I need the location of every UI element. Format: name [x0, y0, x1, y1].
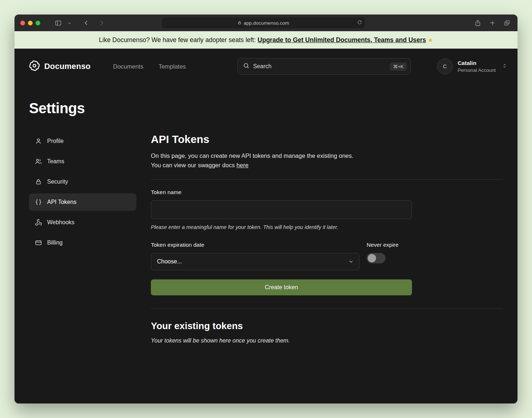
search-input[interactable] — [253, 63, 386, 70]
never-expire-toggle[interactable] — [367, 253, 385, 263]
account-text: Catalin Personal Account — [458, 60, 496, 73]
app-header: Documenso Documents Templates ⌘+K C Cata… — [15, 49, 517, 83]
never-expire-label: Never expire — [367, 242, 412, 248]
chevron-down-icon — [348, 259, 354, 265]
main-nav: Documents Templates — [113, 63, 186, 70]
url-text: app.documenso.com — [244, 20, 289, 26]
tabs-overview-button[interactable] — [502, 18, 512, 28]
existing-tokens-title: Your existing tokens — [151, 320, 503, 332]
webhook-icon — [35, 219, 42, 226]
sidebar-item-billing[interactable]: Billing — [29, 234, 136, 251]
toolbar-right-actions — [473, 18, 512, 28]
section-description-line1: On this page, you can create new API tok… — [151, 152, 354, 159]
user-icon — [35, 138, 42, 145]
sidebar-item-security[interactable]: Security — [29, 173, 136, 190]
token-name-help: Please enter a meaningful name for your … — [151, 224, 412, 230]
toggle-knob — [368, 254, 376, 262]
sidebar-item-profile[interactable]: Profile — [29, 132, 136, 150]
promo-text: Like Documenso? We have few early adopte… — [99, 36, 256, 44]
documenso-logo-icon — [29, 60, 40, 73]
promo-banner: Like Documenso? We have few early adopte… — [15, 31, 517, 49]
plus-icon — [489, 20, 496, 26]
chevron-right-icon — [98, 20, 105, 26]
browser-window: app.documenso.com Like Documenso? We hav… — [15, 15, 517, 403]
new-tab-button[interactable] — [488, 18, 497, 28]
sidebar-item-label: API Tokens — [47, 199, 77, 205]
sidebar-item-label: Profile — [47, 138, 63, 144]
browser-toolbar: app.documenso.com — [15, 15, 517, 31]
tab-overview-chevron-button[interactable] — [66, 20, 73, 26]
account-name: Catalin — [458, 60, 496, 66]
lock-icon — [238, 20, 242, 26]
account-type: Personal Account — [458, 67, 496, 73]
chevron-up-down-icon — [502, 63, 507, 70]
nav-templates[interactable]: Templates — [158, 63, 186, 70]
settings-sidebar: Profile Teams Security API Tokens — [29, 132, 136, 251]
forward-button[interactable] — [97, 18, 106, 28]
share-icon — [474, 20, 481, 26]
zoom-window-button[interactable] — [36, 21, 40, 25]
search-box[interactable]: ⌘+K — [238, 58, 411, 75]
minimize-window-button[interactable] — [28, 21, 33, 25]
address-bar[interactable]: app.documenso.com — [162, 17, 365, 28]
nav-documents[interactable]: Documents — [113, 63, 143, 70]
create-token-form: Token name Please enter a meaningful nam… — [151, 189, 412, 295]
back-button[interactable] — [82, 18, 91, 28]
credit-card-icon — [35, 239, 42, 246]
create-token-button[interactable]: Create token — [151, 279, 412, 295]
existing-tokens-empty: Your tokens will be shown here once you … — [151, 337, 503, 344]
sidebar-icon — [55, 20, 62, 26]
share-button[interactable] — [473, 18, 483, 28]
expiration-label: Token expiration date — [151, 242, 359, 248]
swagger-docs-link[interactable]: here — [236, 162, 248, 168]
token-name-label: Token name — [151, 189, 412, 196]
settings-page: Settings Profile Teams Security — [15, 100, 517, 344]
expiration-select-value: Choose... — [157, 258, 182, 265]
upgrade-link[interactable]: Upgrade to Get Unlimited Documents, Team… — [257, 36, 426, 44]
sidebar-item-api-tokens[interactable]: API Tokens — [29, 193, 136, 211]
sidebar-toggle-button[interactable] — [53, 18, 63, 28]
section-description-line2: You can view our swagger docs — [151, 162, 235, 168]
window-controls — [20, 21, 40, 25]
divider — [151, 179, 503, 180]
copy-tabs-icon — [504, 20, 510, 26]
sidebar-item-label: Security — [47, 179, 68, 185]
api-tokens-panel: API Tokens On this page, you can create … — [151, 132, 503, 344]
users-icon — [35, 158, 42, 165]
avatar: C — [437, 58, 453, 74]
sidebar-item-webhooks[interactable]: Webhooks — [29, 214, 136, 231]
chevron-down-icon — [67, 21, 71, 25]
close-window-button[interactable] — [20, 21, 25, 25]
braces-icon — [35, 198, 42, 206]
search-icon — [243, 62, 249, 70]
divider — [151, 308, 503, 309]
brand[interactable]: Documenso — [29, 60, 91, 73]
chevron-left-icon — [83, 20, 90, 26]
documenso-app: Documenso Documents Templates ⌘+K C Cata… — [15, 49, 517, 403]
section-title: API Tokens — [151, 133, 503, 146]
sidebar-item-teams[interactable]: Teams — [29, 153, 136, 170]
sidebar-item-label: Billing — [47, 239, 63, 246]
page-title: Settings — [29, 100, 503, 116]
sidebar-item-label: Teams — [47, 158, 64, 165]
search-shortcut: ⌘+K — [390, 62, 407, 71]
lock-icon — [35, 178, 42, 185]
expiration-select[interactable]: Choose... — [151, 253, 359, 270]
token-name-input[interactable] — [151, 200, 412, 219]
sidebar-item-label: Webhooks — [47, 219, 74, 226]
account-menu[interactable]: C Catalin Personal Account — [437, 58, 507, 74]
brand-name: Documenso — [44, 62, 91, 71]
star-icon: ★ — [428, 37, 433, 44]
reload-icon[interactable] — [357, 20, 362, 26]
